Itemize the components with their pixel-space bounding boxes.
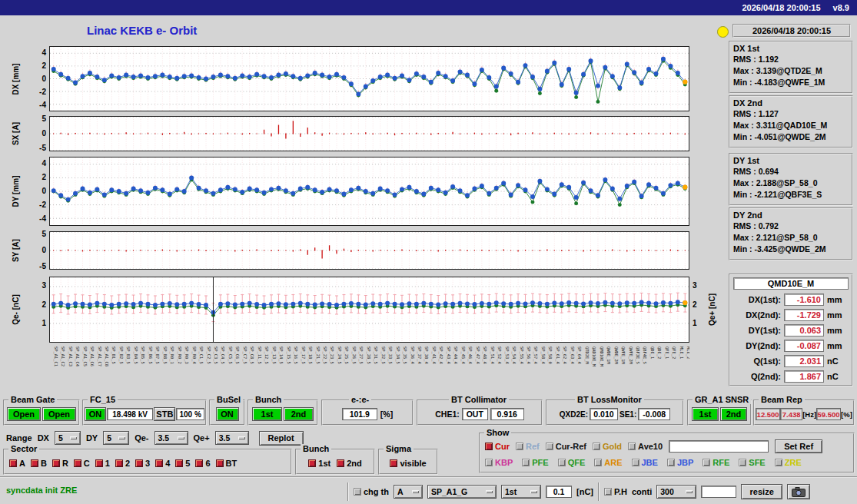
show-ref-checkbox[interactable]: Ref (516, 442, 540, 451)
beam-rep-value-1: 12.500 (756, 408, 780, 420)
beam-gate-open-button-1[interactable]: Open (7, 407, 41, 421)
fc15-voltage-field: 18.498 kV (107, 408, 154, 420)
dropdown-indicator-icon (238, 436, 245, 439)
range-qep-select[interactable]: 3.5 (215, 431, 249, 445)
range-qem-select[interactable]: 3.5 (154, 431, 188, 445)
bunch-2nd-button[interactable]: 2nd (284, 407, 314, 421)
status-message: syncdata init ZRE (6, 486, 77, 495)
checkbox-label: 3 (145, 459, 150, 468)
chart-sx (49, 116, 689, 151)
svg-text:SP_C1_5: SP_C1_5 (198, 346, 204, 364)
show-rfe-checkbox[interactable]: RFE (703, 458, 729, 467)
qmd-row-unit: nC (827, 372, 839, 381)
axis-label-q-right: Qe+ [nC] (708, 293, 716, 326)
sector-5-checkbox[interactable]: 5 (175, 459, 190, 468)
che1-label: CHE1: (435, 410, 460, 419)
gr-snsr-1st-button[interactable]: 1st (692, 407, 719, 421)
range-dy-select[interactable]: 5 (103, 431, 129, 445)
mode-select[interactable]: A (394, 485, 423, 499)
svg-text:SP_A1_C1: SP_A1_C1 (53, 346, 58, 366)
show-cur-checkbox[interactable]: Cur (485, 442, 510, 451)
qmd-row-value: -1.729 (784, 309, 824, 321)
blank-input[interactable] (701, 486, 736, 498)
gr-snsr-group: GR_A1 SNSR 1st 2nd (687, 400, 752, 426)
checkbox-indicator (135, 459, 143, 467)
show-are-checkbox[interactable]: ARE (594, 458, 622, 467)
interval-select[interactable]: 300 (656, 485, 696, 499)
show-jbe-checkbox[interactable]: JBE (632, 458, 658, 467)
camera-button[interactable] (787, 484, 810, 499)
set-ref-button[interactable]: Set Ref (775, 439, 822, 453)
bunch-2nd-checkbox[interactable]: 2nd (337, 459, 362, 468)
threshold-input[interactable]: 0.1 (546, 486, 572, 498)
sector-3-checkbox[interactable]: 3 (135, 459, 150, 468)
sector-a-checkbox[interactable]: A (9, 459, 25, 468)
qmd-row-unit: mm (827, 326, 842, 335)
svg-text:SP_25_5: SP_25_5 (344, 346, 349, 364)
y-tick-label: 5 (26, 230, 46, 238)
checkbox-label: B (41, 459, 47, 468)
sector-4-checkbox[interactable]: 4 (155, 459, 170, 468)
sector-2-checkbox[interactable]: 2 (115, 459, 130, 468)
ph-checkbox[interactable]: P.H (604, 487, 627, 496)
replot-button[interactable]: Replot (259, 431, 304, 446)
svg-text:SP_C8_5: SP_C8_5 (249, 346, 254, 364)
svg-text:QFE_1: QFE_1 (664, 346, 669, 359)
svg-text:SP_R0_3: SP_R0_3 (184, 346, 189, 364)
show-ave10-checkbox[interactable]: Ave10 (628, 442, 663, 451)
bunch-number-select[interactable]: 1st (501, 485, 541, 499)
svg-text:SP_45_4: SP_45_4 (460, 346, 466, 364)
show-qfe-checkbox[interactable]: QFE (558, 458, 586, 467)
svg-text:QAD10E_M: QAD10E_M (591, 346, 596, 367)
bpm-select[interactable]: SP_A1_G (427, 485, 497, 499)
checkbox-label: visible (400, 459, 426, 468)
sector-b-checkbox[interactable]: B (31, 459, 47, 468)
svg-text:SP_16_5: SP_16_5 (293, 346, 298, 364)
range-dx-select[interactable]: 5 (55, 431, 81, 445)
sector-6-checkbox[interactable]: 6 (195, 459, 210, 468)
sector-1-checkbox[interactable]: 1 (95, 459, 110, 468)
svg-text:SP_B8_5: SP_B8_5 (162, 346, 168, 364)
svg-text:SP_A1_C8: SP_A1_C8 (104, 346, 109, 366)
checkbox-indicator (31, 459, 38, 467)
ref-file-input[interactable] (669, 440, 769, 453)
show-cur-ref-checkbox[interactable]: Cur-Ref (546, 442, 586, 451)
busel-title: BuSel (214, 395, 243, 404)
busel-on-button[interactable]: ON (216, 407, 239, 421)
resize-button[interactable]: resize (741, 484, 782, 499)
series-line-cur-2nd-bunch (54, 61, 686, 101)
fc15-on-button[interactable]: ON (85, 407, 106, 421)
beam-gate-open-button-2[interactable]: Open (42, 407, 76, 421)
sector-r-checkbox[interactable]: R (52, 459, 68, 468)
bunch-1st-checkbox[interactable]: 1st (308, 459, 331, 468)
svg-text:QWFE_2M: QWFE_2M (628, 346, 633, 364)
axis-label-sy: SY [A] (12, 239, 20, 262)
sector-c-checkbox[interactable]: C (74, 459, 90, 468)
sector-bt-checkbox[interactable]: BT (216, 459, 238, 468)
show-kbp-checkbox[interactable]: KBP (485, 458, 513, 467)
show-pfe-checkbox[interactable]: PFE (522, 458, 548, 467)
fc15-stb-button[interactable]: STB (154, 407, 175, 421)
svg-text:SP_R0_1: SP_R0_1 (169, 346, 174, 364)
checkbox-label: Cur-Ref (556, 442, 586, 451)
checkbox-indicator (594, 459, 602, 466)
qmd-row: DX(2nd):-1.729mm (733, 307, 849, 323)
bt-lossmonitor-title: BT LossMonitor (575, 395, 644, 404)
svg-text:SP_26_5: SP_26_5 (351, 346, 357, 364)
svg-text:SP_A1_C4: SP_A1_C4 (75, 346, 80, 366)
bunch-1st-button[interactable]: 1st (252, 407, 282, 421)
checkbox-indicator (155, 459, 163, 467)
chg-th-checkbox[interactable]: chg th (354, 487, 389, 496)
gr-snsr-title: GR_A1 SNSR (693, 395, 751, 404)
sigma-visible-checkbox[interactable]: visible (390, 459, 426, 468)
show-zre-checkbox[interactable]: ZRE (775, 458, 802, 467)
stat-min: Min : -4.183@QWFE_1M (733, 77, 852, 88)
show-gold-checkbox[interactable]: Gold (593, 442, 622, 451)
y-tick-label-right: 3 (693, 281, 709, 290)
gr-snsr-2nd-button[interactable]: 2nd (720, 407, 747, 421)
y-tick-label: -4 (26, 214, 46, 223)
stat-min: Min : -3.425@QWDE_2M (733, 244, 852, 255)
checkbox-label: ARE (604, 458, 622, 467)
show-jbp-checkbox[interactable]: JBP (667, 458, 693, 467)
show-sfe-checkbox[interactable]: SFE (739, 458, 765, 467)
